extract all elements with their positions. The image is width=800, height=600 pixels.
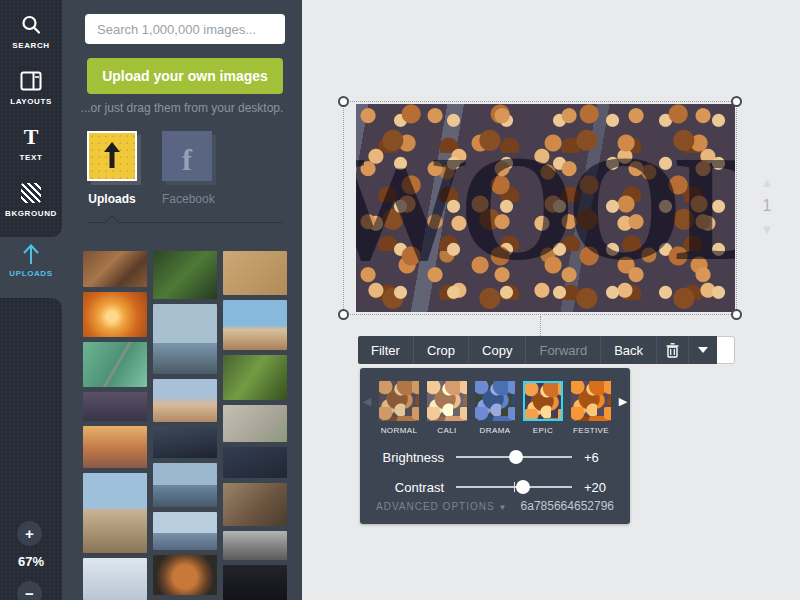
page-up-icon[interactable]: ▲ <box>761 176 774 189</box>
filter-button[interactable]: Filter <box>358 336 414 364</box>
contrast-slider-row: Contrast +20 <box>376 479 614 495</box>
filter-label: DRAMA <box>480 426 511 435</box>
delete-button[interactable] <box>657 336 689 364</box>
context-toolbar: Filter Crop Copy Forward Back <box>358 336 735 364</box>
thumb-beach-cliff[interactable] <box>223 300 287 349</box>
tab-facebook-label[interactable]: Facebook <box>162 192 212 206</box>
brightness-slider[interactable] <box>456 456 572 458</box>
thumb-photographer[interactable] <box>223 483 287 525</box>
sidebar-item-label: TEXT <box>20 153 43 162</box>
chevron-down-icon <box>698 347 708 353</box>
filter-label: NORMAL <box>381 426 418 435</box>
thumb-bicycle[interactable] <box>223 405 287 442</box>
canva-editor: SEARCH LAYOUTS T TEXT BKGROUND UPLOADS <box>0 0 800 600</box>
zoom-in-button[interactable]: + <box>17 521 42 546</box>
page-down-icon[interactable]: ▼ <box>761 223 774 236</box>
filter-thumb-drama <box>475 381 515 421</box>
thumb-sunset-sea[interactable] <box>83 426 147 468</box>
sidebar-item-text[interactable]: T TEXT <box>0 124 62 180</box>
filter-thumb-festive <box>571 381 611 421</box>
thumb-bw-city[interactable] <box>223 531 287 561</box>
copy-button[interactable]: Copy <box>469 336 526 364</box>
forward-button[interactable]: Forward <box>526 336 601 364</box>
filter-panel-footer: ADVANCED OPTIONS ▼ 6a785664652796 <box>376 499 614 513</box>
icon-rail: SEARCH LAYOUTS T TEXT BKGROUND UPLOADS <box>0 0 62 600</box>
gallery-column <box>153 251 217 600</box>
filter-label: EPIC <box>533 426 553 435</box>
sidebar-item-layouts[interactable]: LAYOUTS <box>0 68 62 124</box>
thumb-wood-logs[interactable] <box>83 251 147 287</box>
resize-handle-bottom-right[interactable] <box>731 309 742 320</box>
crop-button[interactable]: Crop <box>414 336 469 364</box>
thumb-man-by-lake[interactable] <box>153 463 217 507</box>
selection-box <box>343 101 737 315</box>
resize-handle-top-left[interactable] <box>338 96 349 107</box>
filter-thumb-cali <box>427 381 467 421</box>
background-icon <box>21 180 41 206</box>
contrast-slider-knob[interactable] <box>516 480 530 494</box>
tab-uploads[interactable] <box>87 131 137 181</box>
sidebar-item-label: LAYOUTS <box>10 97 52 106</box>
sidebar-item-bkground[interactable]: BKGROUND <box>0 180 62 236</box>
resize-handle-top-right[interactable] <box>731 96 742 107</box>
thumb-grass[interactable] <box>223 355 287 400</box>
trash-icon <box>666 343 679 358</box>
thumb-purple-dusk[interactable] <box>83 392 147 421</box>
sidebar-item-uploads[interactable]: UPLOADS <box>0 242 62 294</box>
resize-handle-bottom-left[interactable] <box>338 309 349 320</box>
upload-tab-arrow-icon <box>99 141 125 171</box>
filter-strip: ◀ NORMAL CALI DRAMA EPIC <box>360 368 630 435</box>
filter-thumb-epic <box>523 381 563 421</box>
sidebar-item-label: UPLOADS <box>9 269 52 278</box>
uploads-gallery <box>83 251 289 600</box>
thumb-night-sky[interactable] <box>223 447 287 479</box>
thumb-dark-photo[interactable] <box>223 565 287 600</box>
advanced-options-toggle[interactable]: ADVANCED OPTIONS ▼ <box>376 501 507 512</box>
filter-option-epic[interactable]: EPIC <box>522 381 564 435</box>
filter-option-normal[interactable]: NORMAL <box>378 381 420 435</box>
thumb-cardboard[interactable] <box>223 251 287 295</box>
back-button[interactable]: Back <box>601 336 657 364</box>
thumb-wooden-pier[interactable] <box>83 473 147 553</box>
filter-scroll-right-icon[interactable]: ▶ <box>618 381 628 421</box>
more-options-button[interactable] <box>689 336 717 364</box>
filter-thumb-normal <box>379 381 419 421</box>
text-icon: T <box>24 124 39 150</box>
icon-rail-top-group: SEARCH LAYOUTS T TEXT BKGROUND <box>0 0 62 237</box>
filter-panel: ◀ NORMAL CALI DRAMA EPIC <box>360 368 630 524</box>
filter-scroll-left-icon[interactable]: ◀ <box>362 381 372 421</box>
filter-label: CALI <box>437 426 456 435</box>
thumb-lock-chain-door[interactable] <box>83 342 147 387</box>
thumb-star-trails[interactable] <box>153 427 217 458</box>
toolbar-button-group: Filter Crop Copy Forward Back <box>358 336 717 364</box>
search-input[interactable] <box>85 14 285 44</box>
gallery-column <box>223 251 287 600</box>
contrast-label: Contrast <box>376 480 444 495</box>
tab-facebook[interactable]: f <box>162 131 212 181</box>
zoom-out-button[interactable]: − <box>17 581 42 600</box>
thumb-food-plate[interactable] <box>153 555 217 595</box>
brightness-slider-knob[interactable] <box>509 450 523 464</box>
thumb-beach-couple[interactable] <box>153 379 217 422</box>
thumb-sunset-lightbulb[interactable] <box>83 292 147 337</box>
search-icon <box>20 12 42 38</box>
tab-uploads-label[interactable]: Uploads <box>87 192 137 206</box>
filter-option-cali[interactable]: CALI <box>426 381 468 435</box>
page-indicator: ▲ 1 ▼ <box>754 176 780 236</box>
filter-option-festive[interactable]: FESTIVE <box>570 381 612 435</box>
sidebar-item-search[interactable]: SEARCH <box>0 12 62 68</box>
drag-drop-caption: ...or just drag them from your desktop. <box>62 101 302 115</box>
contrast-slider-center-tick <box>514 482 515 492</box>
thumb-clouds[interactable] <box>83 558 147 600</box>
thumb-wine-glasses[interactable] <box>153 304 217 374</box>
upload-images-button[interactable]: Upload your own images <box>87 58 283 94</box>
uploads-panel: Upload your own images ...or just drag t… <box>62 0 302 600</box>
brightness-value: +6 <box>584 450 614 465</box>
thumb-green-foliage[interactable] <box>153 251 217 299</box>
filter-code: 6a785664652796 <box>521 499 614 513</box>
upload-arrow-icon <box>20 242 42 266</box>
thumb-city-skyline[interactable] <box>153 512 217 550</box>
contrast-slider[interactable] <box>456 486 572 488</box>
design-canvas: WOOD Filter Crop Copy Forward Back <box>302 0 800 600</box>
filter-option-drama[interactable]: DRAMA <box>474 381 516 435</box>
